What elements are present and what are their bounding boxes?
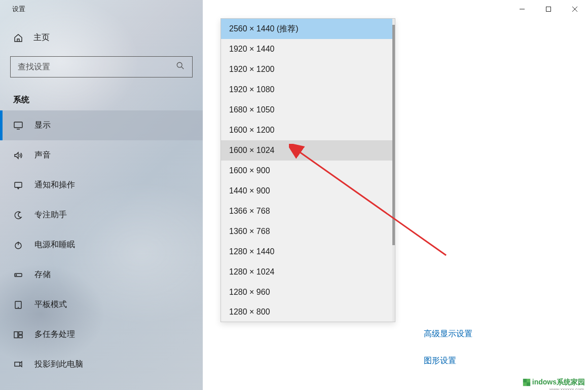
search-input[interactable]: 查找设置: [10, 56, 193, 77]
window-title: 设置: [12, 5, 25, 14]
sidebar-item-8[interactable]: 投影到此电脑: [0, 349, 203, 379]
home-button[interactable]: 主页: [0, 25, 203, 50]
close-button[interactable]: [562, 0, 588, 18]
svg-rect-18: [15, 362, 20, 366]
sidebar-item-6[interactable]: 平板模式: [0, 290, 203, 320]
sidebar-item-3[interactable]: 专注助手: [0, 200, 203, 230]
home-icon: [13, 33, 23, 43]
svg-rect-6: [14, 122, 22, 128]
sidebar-item-label: 电源和睡眠: [34, 240, 75, 250]
resolution-option[interactable]: 1920 × 1080: [221, 80, 392, 100]
watermark: indows系统家园 www.xxxxxx.com: [522, 378, 585, 387]
svg-rect-21: [523, 379, 527, 382]
resolution-option[interactable]: 1280 × 960: [221, 282, 392, 302]
sidebar-item-label: 专注助手: [34, 210, 67, 220]
tablet-icon: [13, 300, 23, 310]
resolution-option[interactable]: 1440 × 900: [221, 181, 392, 201]
storage-icon: [13, 270, 23, 280]
resolution-option[interactable]: 1680 × 1050: [221, 100, 392, 120]
resolution-option[interactable]: 1600 × 1200: [221, 120, 392, 140]
sidebar-item-1[interactable]: 声音: [0, 140, 203, 170]
svg-rect-23: [523, 382, 527, 386]
svg-point-12: [16, 275, 17, 276]
notification-icon: [13, 180, 23, 190]
resolution-option[interactable]: 2560 × 1440 (推荐): [221, 19, 392, 39]
moon-icon: [13, 210, 23, 220]
sidebar-item-7[interactable]: 多任务处理: [0, 320, 203, 349]
resolution-option[interactable]: 1600 × 1024: [221, 140, 392, 161]
sidebar-item-label: 平板模式: [34, 299, 67, 310]
svg-rect-15: [14, 332, 18, 338]
svg-rect-1: [546, 7, 551, 12]
advanced-display-link[interactable]: 高级显示设置: [424, 329, 472, 339]
resolution-option[interactable]: 1280 × 1024: [221, 262, 392, 282]
resolution-option[interactable]: 1920 × 1440: [221, 39, 392, 59]
resolution-option[interactable]: 1360 × 768: [221, 221, 392, 242]
sidebar-item-0[interactable]: 显示: [0, 110, 203, 140]
dropdown-scrollbar[interactable]: [392, 19, 395, 322]
sidebar-item-label: 声音: [34, 150, 51, 161]
svg-rect-22: [527, 379, 530, 382]
svg-rect-8: [15, 182, 22, 187]
resolution-option[interactable]: 1280 × 800: [221, 302, 392, 321]
sidebar-item-label: 多任务处理: [34, 329, 75, 340]
minimize-button[interactable]: [509, 0, 535, 18]
search-placeholder: 查找设置: [18, 62, 50, 72]
sound-icon: [13, 150, 23, 161]
sidebar-item-label: 存储: [34, 269, 51, 280]
svg-point-4: [177, 62, 182, 67]
graphics-settings-link[interactable]: 图形设置: [424, 356, 456, 366]
sidebar-item-2[interactable]: 通知和操作: [0, 170, 203, 200]
search-icon: [176, 61, 185, 72]
sidebar-item-label: 投影到此电脑: [34, 359, 83, 370]
svg-rect-16: [19, 332, 22, 334]
power-icon: [13, 240, 23, 250]
svg-line-5: [181, 67, 184, 69]
scrollbar-thumb[interactable]: [392, 25, 395, 245]
monitor-icon: [13, 121, 23, 131]
sidebar-item-label: 显示: [34, 120, 51, 131]
sidebar-item-5[interactable]: 存储: [0, 260, 203, 290]
titlebar: 设置: [0, 0, 588, 18]
resolution-option[interactable]: 1920 × 1200: [221, 59, 392, 80]
multitask-icon: [13, 330, 23, 340]
svg-rect-24: [527, 382, 530, 386]
sidebar-item-label: 通知和操作: [34, 180, 75, 190]
sidebar-item-4[interactable]: 电源和睡眠: [0, 230, 203, 260]
resolution-option[interactable]: 1280 × 1440: [221, 242, 392, 262]
project-icon: [13, 360, 23, 370]
resolution-dropdown[interactable]: 2560 × 1440 (推荐)1920 × 14401920 × 120019…: [220, 18, 395, 322]
svg-rect-17: [19, 335, 22, 338]
resolution-option[interactable]: 1600 × 900: [221, 161, 392, 181]
maximize-button[interactable]: [535, 0, 562, 18]
resolution-option[interactable]: 1366 × 768: [221, 201, 392, 221]
home-label: 主页: [33, 32, 50, 43]
category-label: 系统: [0, 87, 203, 110]
sidebar: 主页 查找设置 系统 显示声音通知和操作专注助手电源和睡眠存储平板模式多任务处理…: [0, 0, 203, 390]
